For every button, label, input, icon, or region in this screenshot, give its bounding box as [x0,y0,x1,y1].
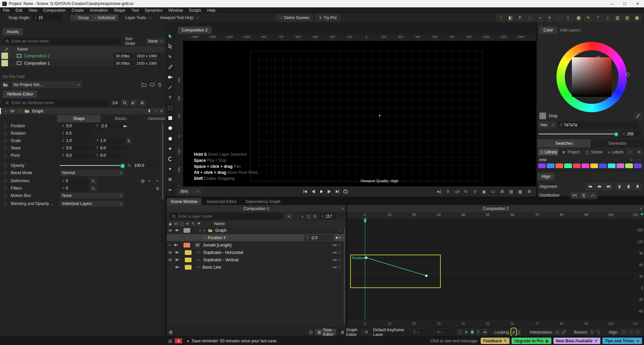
add-filter-button[interactable]: +, [90,185,97,191]
grid-view-button[interactable]: ∷ [627,149,633,155]
composition-icon[interactable]: ◧ [506,14,515,22]
camera-back-icon[interactable]: ◄) [435,189,442,195]
layer-color-swatch[interactable] [185,265,192,270]
current-color-swatch[interactable] [539,113,546,119]
prev-keyframe-icon[interactable]: ◀ [332,259,334,261]
menu-item-window[interactable]: Window [165,8,186,13]
feedback-button[interactable]: Feedback✎ [481,338,509,344]
direct-select-tool[interactable] [166,43,174,51]
snap-keyframe-icon[interactable]: ⊕ [464,329,468,335]
individual-mode-button[interactable]: ▫ Individual [92,14,118,21]
close-button[interactable]: ✕ [631,0,644,7]
hex-mode-select[interactable]: Hex∨ [538,121,556,129]
looping-hold-button[interactable]: ʃ˾ [518,329,522,335]
swatch-chip[interactable] [555,163,563,168]
keyframe-layer-select[interactable]: Default Keyframe Layer [370,329,409,335]
menu-item-dynamics[interactable]: Dynamics [142,8,166,13]
next-frame-button[interactable] [326,189,333,195]
expression-arrow-icon[interactable]: ▶ [339,236,341,239]
next-keyframe-icon[interactable]: ▶ [335,259,337,261]
bezier-curve-button[interactable] [596,329,600,335]
monitor-icon[interactable] [150,83,155,87]
frame-field[interactable]: F117 [320,213,336,219]
deformer-graph-icon[interactable]: ≈ [148,179,151,183]
visibility-eye-icon[interactable] [168,251,172,254]
scene-composition-bar[interactable]: Composition 1× [167,205,346,212]
zoom-select[interactable]: 36%∨ [178,188,201,195]
menu-item-scripts[interactable]: Scripts [186,8,204,13]
enabled-checkbox[interactable]: ✓ [168,243,171,247]
messages-icon[interactable]: ▤ [168,339,172,343]
align-top-icon[interactable] [615,183,624,190]
star-tool[interactable]: ★ [166,145,174,153]
chevron-down-icon[interactable]: ∨ [630,158,632,161]
tab-labels[interactable]: ◖Labels [606,149,626,155]
add-layer-button[interactable]: +, [285,213,293,220]
layer-row-duplicator-horizontal[interactable]: ∷∷Duplicator - Horizontal◀▶ [167,249,344,256]
layer-solo-circle[interactable] [338,258,341,261]
tab-javascript-editor[interactable]: JavaScript Editor [202,198,241,205]
layer-color-swatch[interactable] [183,228,190,233]
prev-keyframe-icon[interactable]: ◀ [332,266,334,269]
refresh-icon[interactable]: ↻ [463,189,469,195]
align-keys-right-icon[interactable]: ∷ [635,329,641,335]
motion-path-icon[interactable]: ⇢ [535,14,544,22]
sort-order-select[interactable]: None∨ [146,38,165,44]
isolate-icon[interactable]: ⁘ [154,109,157,113]
menu-item-view[interactable]: View [25,8,40,13]
more-options-icon[interactable]: ⋯ [637,157,641,162]
maximize-button[interactable]: ☐ [619,0,631,7]
align-keys-left-icon[interactable]: ∷ [621,329,627,335]
align-middle-icon[interactable] [625,183,633,190]
layer-color-swatch[interactable] [185,258,192,262]
asset-row[interactable]: Composition 130.00fps1920 x 1080 [0,60,161,67]
scale-x-field[interactable]: X1.0 [60,138,93,144]
columns-toggle-icon[interactable]: ◫ [307,214,310,219]
swatch-chip[interactable] [634,163,642,168]
position-x-field[interactable]: X0.0 [60,123,93,129]
hue-ring-marker[interactable] [626,73,630,76]
opacity-slider-handle[interactable] [120,163,125,168]
interpolation-bezier-button[interactable] [561,329,566,335]
deformer-list-icon[interactable]: ▤ [141,179,145,183]
layer-solo-circle[interactable] [338,266,341,269]
close-icon[interactable]: × [160,109,163,114]
camera-visibility-icon[interactable] [175,258,179,261]
graph-layer-header[interactable]: ∨ Graph ⁘ × [0,108,166,114]
layer-row-graph[interactable]: ∨●Graph [167,227,344,234]
overflow-icon[interactable]: ⋯ [555,14,564,22]
layer-row-position-y[interactable]: └Position.YY-2.0◆▶ [167,234,344,241]
skip-start-button[interactable] [302,189,309,195]
swatch-chip[interactable] [582,163,589,168]
tab-assets[interactable]: Assets [3,28,23,36]
pin-icon[interactable] [148,109,151,113]
tips-and-tricks-button[interactable]: Tips and Tricks➔ [602,338,642,344]
asset-color-swatch[interactable] [1,60,8,66]
asset-color-swatch[interactable] [1,53,8,59]
timeline-composition-bar[interactable]: Composition 2× [347,205,644,212]
eyedropper-button[interactable] [634,112,642,120]
looping-curve-button[interactable]: ʃʃ [512,329,516,335]
swatch-chip[interactable] [590,163,598,168]
layer-solo-circle[interactable] [338,229,341,232]
graph-editor-area[interactable]: Position Y 1501209060300-30-60 [347,218,644,320]
display-icon[interactable]: ▭ [490,189,496,195]
project-set-select[interactable]: No Project Set...∨ [11,81,82,88]
render-icon[interactable]: ▤ [508,189,515,195]
camera-tool[interactable] [166,73,174,81]
pivot-x-field[interactable]: X0.0 [60,152,93,158]
menu-item-shape[interactable]: Shape [111,8,128,13]
visibility-eye-icon[interactable] [10,110,15,113]
project-folder-button[interactable] [1,81,9,88]
align-center-h-icon[interactable] [595,183,604,190]
transform-tool[interactable]: ⬚ [166,104,174,112]
align-top-icon[interactable]: ⊤ [594,14,602,22]
menu-item-file[interactable]: File [0,8,12,13]
asset-search-input[interactable]: Enter an Asset name [3,38,121,45]
bezier-handles-button[interactable] [590,329,594,335]
deformers-count-field[interactable]: ≡0 [60,178,90,184]
next-keyframe-icon[interactable]: ▶ [335,244,337,247]
tab-attribute-editor[interactable]: Attribute Editor [3,90,37,98]
value-input[interactable]: V- [435,329,456,335]
clipboard-icon[interactable]: ▤ [169,329,173,335]
